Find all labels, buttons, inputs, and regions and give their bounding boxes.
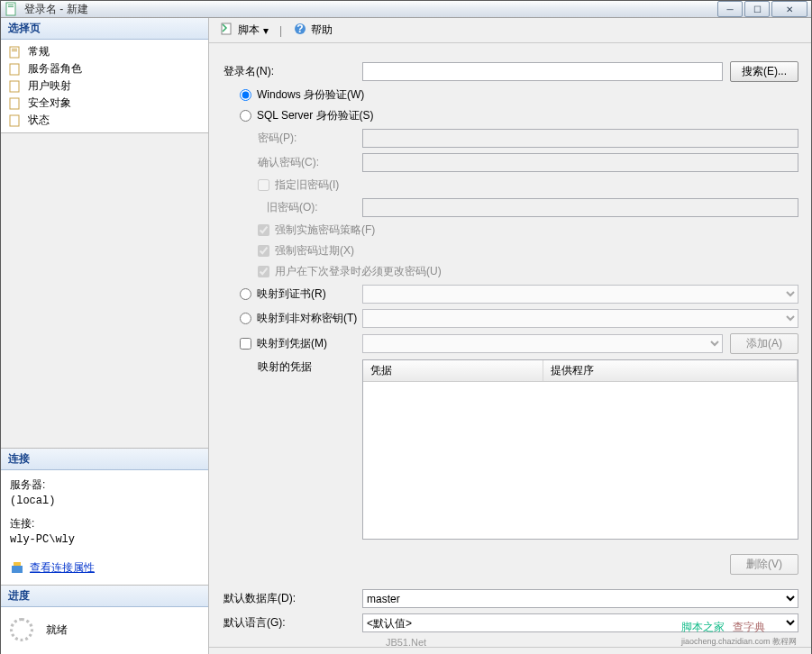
nav-item-status[interactable]: 状态 — [6, 112, 203, 129]
svg-rect-9 — [10, 115, 19, 126]
progress-panel: 就绪 — [1, 607, 208, 654]
specify-old-pwd-check — [258, 179, 269, 191]
progress-spinner-icon — [10, 618, 33, 641]
login-name-label: 登录名(N): — [222, 64, 362, 79]
maximize-button[interactable]: ☐ — [744, 1, 770, 17]
dialog-window: 登录名 - 新建 ─ ☐ ✕ 选择页 常规 服务器角色 用户映射 — [0, 0, 812, 654]
sql-auth-radio[interactable] — [240, 110, 251, 122]
progress-header: 进度 — [1, 586, 208, 607]
conn-value: wly-PC\wly — [10, 533, 199, 546]
page-icon — [8, 79, 23, 94]
app-icon — [5, 2, 19, 16]
search-button[interactable]: 搜索(E)... — [730, 61, 798, 82]
svg-rect-1 — [8, 5, 14, 5]
enforce-expire-check — [258, 245, 269, 257]
svg-rect-2 — [8, 6, 14, 7]
nav-item-label: 常规 — [28, 44, 50, 59]
connection-panel: 服务器: (local) 连接: wly-PC\wly 查看连接属性 — [1, 470, 208, 586]
view-connection-props-link[interactable]: 查看连接属性 — [10, 560, 95, 576]
must-change-label: 用户在下次登录时必须更改密码(U) — [275, 264, 442, 279]
enforce-expire-label: 强制密码过期(X) — [275, 243, 354, 259]
progress-status: 就绪 — [46, 622, 68, 638]
page-icon — [8, 114, 23, 128]
connection-header: 连接 — [1, 449, 208, 470]
nav-item-label: 安全对象 — [28, 95, 71, 111]
default-db-label: 默认数据库(D): — [222, 591, 362, 606]
dialog-buttons: 确定 取消 — [209, 647, 811, 654]
cred-col-credential[interactable]: 凭据 — [363, 360, 543, 381]
map-cert-combo — [362, 285, 798, 304]
svg-rect-11 — [14, 562, 21, 566]
svg-rect-4 — [12, 49, 17, 50]
default-lang-combo[interactable]: <默认值> — [362, 613, 798, 632]
script-label: 脚本 — [238, 23, 260, 38]
password-label: 密码(P): — [222, 131, 362, 146]
svg-text:?: ? — [297, 23, 303, 35]
windows-auth-radio[interactable] — [240, 89, 251, 101]
window-title: 登录名 - 新建 — [24, 2, 717, 17]
map-cred-combo — [362, 334, 723, 353]
titlebar[interactable]: 登录名 - 新建 ─ ☐ ✕ — [1, 1, 811, 18]
map-asym-radio[interactable] — [240, 313, 251, 324]
must-change-check — [258, 266, 269, 277]
add-cred-button: 添加(A) — [730, 333, 798, 354]
left-pane: 选择页 常规 服务器角色 用户映射 安全对象 — [1, 18, 209, 654]
cred-col-provider[interactable]: 提供程序 — [543, 360, 798, 381]
svg-rect-3 — [10, 47, 19, 58]
nav-item-securables[interactable]: 安全对象 — [6, 95, 203, 112]
toolbar-sep: | — [279, 24, 282, 37]
svg-rect-6 — [10, 64, 19, 75]
watermark-center: JB51.Net — [386, 637, 426, 648]
password-input — [362, 129, 798, 148]
mapped-creds-label: 映射的凭据 — [222, 359, 362, 375]
svg-rect-7 — [10, 81, 19, 92]
help-label: 帮助 — [311, 23, 333, 38]
script-icon — [220, 22, 234, 39]
page-icon — [8, 45, 23, 59]
windows-auth-label: Windows 身份验证(W) — [257, 87, 364, 103]
enforce-policy-check — [258, 224, 269, 236]
old-password-input — [362, 198, 798, 217]
dropdown-icon: ▾ — [263, 24, 269, 37]
confirm-password-label: 确认密码(C): — [222, 155, 362, 170]
help-icon: ? — [293, 22, 307, 39]
conn-props-text: 查看连接属性 — [30, 560, 95, 576]
close-button[interactable]: ✕ — [771, 1, 807, 17]
form-area: 登录名(N): 搜索(E)... Windows 身份验证(W) SQL Ser… — [209, 43, 811, 647]
script-button[interactable]: 脚本 ▾ — [216, 20, 272, 41]
help-button[interactable]: ? 帮助 — [289, 20, 336, 41]
confirm-password-input — [362, 153, 798, 172]
select-page-header: 选择页 — [1, 18, 208, 40]
page-icon — [8, 96, 23, 111]
specify-old-pwd-label: 指定旧密码(I) — [275, 177, 339, 193]
default-db-combo[interactable]: master — [362, 589, 798, 608]
nav-item-label: 服务器角色 — [28, 61, 82, 77]
map-cred-label: 映射到凭据(M) — [257, 336, 327, 351]
nav-item-server-roles[interactable]: 服务器角色 — [6, 60, 203, 77]
svg-rect-5 — [12, 50, 17, 51]
right-pane: 脚本 ▾ | ? 帮助 登录名(N): 搜索(E)... — [209, 18, 811, 654]
delete-cred-button: 删除(V) — [730, 554, 798, 575]
server-value: (local) — [10, 495, 199, 507]
conn-label: 连接: — [10, 516, 199, 531]
server-label: 服务器: — [10, 477, 199, 493]
map-asym-label: 映射到非对称密钥(T) — [257, 311, 357, 326]
map-asym-combo — [362, 309, 798, 328]
sql-auth-label: SQL Server 身份验证(S) — [257, 108, 374, 123]
map-cert-radio[interactable] — [240, 288, 251, 300]
page-icon — [8, 62, 23, 77]
default-lang-label: 默认语言(G): — [222, 615, 362, 631]
enforce-policy-label: 强制实施密码策略(F) — [275, 223, 375, 238]
map-cred-check[interactable] — [240, 338, 251, 350]
nav-item-label: 状态 — [28, 113, 50, 128]
login-name-input[interactable] — [362, 62, 723, 81]
properties-icon — [10, 560, 24, 575]
credentials-grid[interactable]: 凭据 提供程序 — [362, 359, 798, 540]
toolbar: 脚本 ▾ | ? 帮助 — [209, 18, 811, 43]
page-nav: 常规 服务器角色 用户映射 安全对象 状态 — [1, 40, 208, 133]
nav-item-general[interactable]: 常规 — [6, 43, 203, 60]
map-cert-label: 映射到证书(R) — [257, 286, 326, 302]
old-password-label: 旧密码(O): — [222, 200, 362, 215]
minimize-button[interactable]: ─ — [717, 1, 743, 17]
nav-item-user-mapping[interactable]: 用户映射 — [6, 77, 203, 95]
